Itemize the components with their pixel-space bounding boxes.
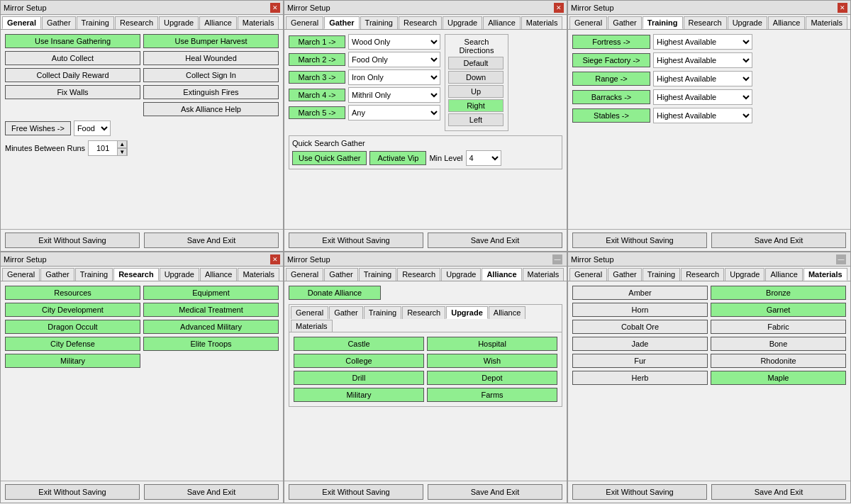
- dir-default[interactable]: Default: [448, 57, 504, 69]
- tab-research-gather[interactable]: Gather: [40, 268, 74, 281]
- free-wishes-select[interactable]: Food Wood Iron Mithril: [74, 121, 111, 136]
- tab-gather-research[interactable]: Research: [399, 16, 442, 29]
- march2-select[interactable]: Wood OnlyFood OnlyIron OnlyMithril OnlyA…: [348, 52, 440, 67]
- tab-training-materials[interactable]: Materials: [806, 16, 847, 29]
- btn-fortress[interactable]: Fortress ->: [572, 35, 650, 49]
- tab-alliance-training[interactable]: Training: [359, 268, 396, 281]
- spinner-down[interactable]: ▼: [117, 148, 127, 156]
- inner-tab-materials[interactable]: Materials: [291, 320, 333, 332]
- close-button-general[interactable]: ✕: [270, 3, 280, 13]
- btn-garnet[interactable]: Garnet: [711, 303, 846, 317]
- min-level-select[interactable]: 12345: [466, 150, 501, 166]
- tab-general-training[interactable]: Training: [77, 16, 114, 29]
- btn-exit-gather[interactable]: Exit Without Saving: [289, 233, 423, 248]
- tab-general-alliance[interactable]: Alliance: [199, 16, 237, 29]
- btn-military[interactable]: Military: [5, 354, 140, 368]
- march5-btn[interactable]: March 5 ->: [289, 106, 345, 119]
- tab-gather-materials[interactable]: Materials: [521, 16, 563, 29]
- btn-bone[interactable]: Bone: [711, 337, 846, 351]
- tab-general-upgrade[interactable]: Upgrade: [159, 16, 199, 29]
- btn-depot[interactable]: Depot: [427, 371, 557, 385]
- tab-materials-general[interactable]: General: [569, 268, 607, 281]
- tab-research-training[interactable]: Training: [75, 268, 113, 281]
- btn-exit-materials[interactable]: Exit Without Saving: [572, 484, 707, 500]
- btn-exit-training[interactable]: Exit Without Saving: [572, 233, 707, 248]
- btn-exit-research[interactable]: Exit Without Saving: [5, 484, 140, 500]
- spinner-up[interactable]: ▲: [117, 140, 127, 148]
- btn-jade[interactable]: Jade: [572, 337, 708, 351]
- btn-equipment[interactable]: Equipment: [143, 286, 279, 300]
- tab-research-alliance[interactable]: Alliance: [200, 268, 238, 281]
- inner-tab-training[interactable]: Training: [364, 306, 401, 319]
- inner-tab-alliance[interactable]: Alliance: [489, 306, 526, 319]
- btn-use-bumper-harvest[interactable]: Use Bumper Harvest: [143, 34, 279, 48]
- tab-alliance-research[interactable]: Research: [397, 268, 440, 281]
- btn-save-gather[interactable]: Save And Exit: [428, 233, 562, 248]
- btn-medical-treatment[interactable]: Medical Treatment: [143, 303, 279, 317]
- tab-materials-gather[interactable]: Gather: [608, 268, 642, 281]
- tab-materials-training[interactable]: Training: [643, 268, 680, 281]
- btn-heal-wounded[interactable]: Heal Wounded: [143, 51, 279, 65]
- btn-horn[interactable]: Horn: [572, 303, 708, 317]
- btn-siege-factory[interactable]: Siege Factory ->: [572, 53, 650, 67]
- btn-advanced-military[interactable]: Advanced Military: [143, 320, 279, 334]
- tab-training-training[interactable]: Training: [643, 16, 683, 29]
- tab-gather-alliance[interactable]: Alliance: [483, 16, 521, 29]
- march1-select[interactable]: Wood OnlyFood OnlyIron OnlyMithril OnlyA…: [348, 34, 440, 50]
- btn-barracks[interactable]: Barracks ->: [572, 90, 650, 104]
- btn-save-research[interactable]: Save And Exit: [144, 484, 279, 500]
- dir-down[interactable]: Down: [448, 71, 504, 84]
- btn-use-insane-gathering[interactable]: Use Insane Gathering: [5, 34, 140, 48]
- minimize-button-alliance[interactable]: —: [552, 254, 562, 264]
- close-button-training[interactable]: ✕: [838, 3, 847, 13]
- barracks-select[interactable]: Highest AvailableTier 1Tier 2None: [653, 89, 752, 105]
- btn-exit-alliance[interactable]: Exit Without Saving: [289, 484, 423, 500]
- btn-hospital[interactable]: Hospital: [427, 337, 557, 351]
- tab-general-research[interactable]: Research: [115, 16, 158, 29]
- tab-training-alliance[interactable]: Alliance: [768, 16, 806, 29]
- btn-castle[interactable]: Castle: [294, 337, 424, 351]
- btn-range[interactable]: Range ->: [572, 72, 650, 86]
- tab-gather-upgrade[interactable]: Upgrade: [443, 16, 482, 29]
- march3-select[interactable]: Wood OnlyFood OnlyIron OnlyMithril OnlyA…: [348, 69, 440, 85]
- march5-select[interactable]: Wood OnlyFood OnlyIron OnlyMithril OnlyA…: [348, 105, 440, 121]
- btn-cobalt-ore[interactable]: Cobalt Ore: [572, 320, 708, 334]
- tab-gather-gather[interactable]: Gather: [324, 16, 359, 29]
- inner-tab-gather[interactable]: Gather: [329, 306, 363, 319]
- btn-wish[interactable]: Wish: [427, 354, 557, 368]
- minimize-button-materials[interactable]: —: [836, 254, 846, 264]
- tab-training-gather[interactable]: Gather: [608, 16, 642, 29]
- btn-fur[interactable]: Fur: [572, 354, 708, 368]
- btn-use-quick-gather[interactable]: Use Quick Gather: [292, 151, 367, 165]
- tab-alliance-materials[interactable]: Materials: [523, 268, 564, 281]
- btn-collect-sign-in[interactable]: Collect Sign In: [143, 68, 279, 82]
- btn-dragon-occult[interactable]: Dragon Occult: [5, 320, 140, 334]
- march3-btn[interactable]: March 3 ->: [289, 71, 345, 84]
- btn-drill[interactable]: Drill: [294, 371, 424, 385]
- btn-collect-daily-reward[interactable]: Collect Daily Reward: [5, 68, 140, 82]
- tab-alliance-upgrade[interactable]: Upgrade: [441, 268, 481, 281]
- btn-free-wishes[interactable]: Free Wishes ->: [5, 121, 71, 135]
- march4-select[interactable]: Wood OnlyFood OnlyIron OnlyMithril OnlyA…: [348, 87, 440, 103]
- tab-alliance-general[interactable]: General: [286, 268, 323, 281]
- btn-stables[interactable]: Stables ->: [572, 108, 650, 123]
- march2-btn[interactable]: March 2 ->: [289, 53, 345, 66]
- tab-training-general[interactable]: General: [569, 16, 607, 29]
- tab-research-general[interactable]: General: [2, 268, 40, 281]
- tab-gather-training[interactable]: Training: [360, 16, 398, 29]
- btn-herb[interactable]: Herb: [572, 371, 708, 385]
- dir-up[interactable]: Up: [448, 85, 504, 98]
- close-button-research[interactable]: ✕: [270, 254, 280, 264]
- btn-save-alliance[interactable]: Save And Exit: [428, 484, 562, 500]
- tab-materials-alliance[interactable]: Alliance: [765, 268, 803, 281]
- close-button-gather[interactable]: ✕: [554, 3, 564, 13]
- tab-training-upgrade[interactable]: Upgrade: [728, 16, 767, 29]
- inner-tab-general[interactable]: General: [291, 306, 328, 319]
- btn-amber[interactable]: Amber: [572, 286, 708, 300]
- btn-farms[interactable]: Farms: [427, 388, 557, 402]
- range-select[interactable]: Highest AvailableTier 1Tier 2None: [653, 71, 752, 86]
- march1-btn[interactable]: March 1 ->: [289, 35, 345, 48]
- tab-materials-research[interactable]: Research: [681, 268, 724, 281]
- tab-gather-general[interactable]: General: [286, 16, 323, 29]
- btn-elite-troops[interactable]: Elite Troops: [143, 337, 279, 351]
